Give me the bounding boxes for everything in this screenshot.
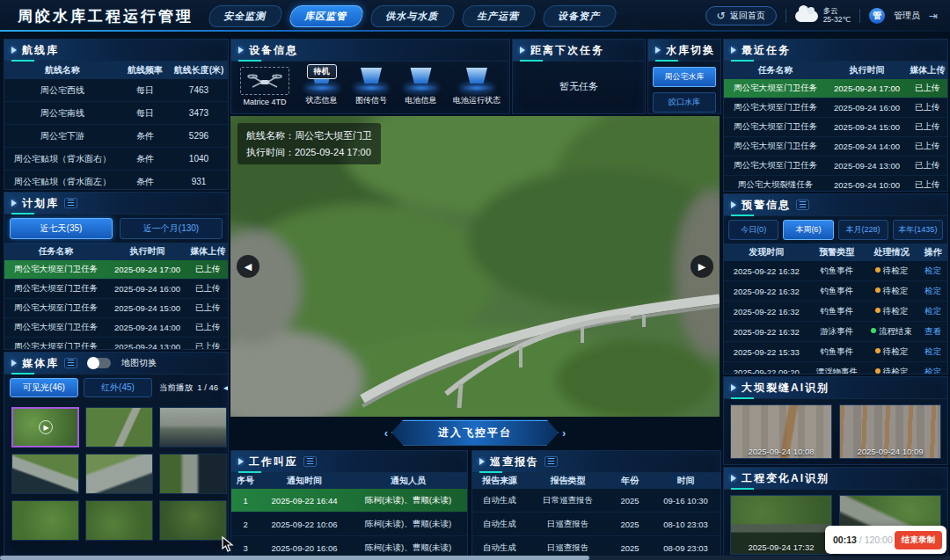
prev-video-button[interactable]: ◀	[237, 255, 259, 278]
media-tab[interactable]: 可见光(46)	[10, 378, 78, 397]
table-row[interactable]: 周公宅大坝至门卫任务2025-09-24 14:00已上传	[724, 137, 947, 156]
device-item[interactable]: 电池运行状态	[453, 68, 501, 106]
nav-tab[interactable]: 设备资产	[541, 5, 618, 27]
cell: 钓鱼事件	[809, 306, 866, 317]
next-task-panel: 距离下次任务 暂无任务	[512, 39, 646, 114]
horizontal-scrollbar[interactable]	[0, 556, 950, 560]
table-row[interactable]: 32025-09-20 16:06陈柯(未读)、曹顺(未读)	[231, 536, 467, 557]
table-row[interactable]: 22025-09-22 10:06陈柯(未读)、曹顺(未读)	[231, 513, 467, 536]
device-item[interactable]: 图传信号	[354, 68, 389, 106]
logout-icon[interactable]: ⇥	[929, 10, 938, 22]
media-thumbnail[interactable]	[11, 454, 79, 494]
cell: 2025-09-24 14:00	[107, 323, 187, 332]
table-row[interactable]: 周公宅大坝至门卫任务2025-09-24 13:00已上传	[4, 338, 228, 350]
device-item-label: 电池运行状态	[453, 95, 501, 106]
media-thumbnail[interactable]	[85, 407, 153, 447]
table-row[interactable]: 自动生成日巡查报告202508-10 23:03	[472, 513, 720, 536]
reservoir-option[interactable]: 皎口水库	[653, 92, 716, 113]
table-row[interactable]: 周公宅贴坝（背水面右）条件1040	[4, 148, 228, 171]
column-header: 通知时间	[259, 475, 349, 487]
table-row[interactable]: 2025-09-22 16:32钓鱼事件待检定检定	[724, 302, 947, 322]
table-row[interactable]: 2025-09-22 16:32游泳事件流程结束查看	[724, 322, 947, 342]
cell: 2025	[609, 496, 651, 505]
cell: 2025	[609, 520, 651, 529]
reservoir-option[interactable]: 周公宅水库	[653, 67, 716, 87]
next-video-button[interactable]: ▶	[691, 255, 713, 278]
table-row[interactable]: 2025-09-22 15:33钓鱼事件待检定检定	[724, 342, 947, 362]
column-header: 发现时间	[724, 246, 809, 258]
main-nav: 安全监测库区监管供水与水质生产运营设备资产	[209, 5, 616, 27]
table-row[interactable]: 周公宅南线每日3473	[4, 102, 228, 125]
device-item[interactable]: 电池信息	[404, 68, 439, 106]
cell: 2025-09-22 16:44	[259, 496, 349, 505]
table-row[interactable]: 自动生成日巡查报告202508-09 23:03	[472, 536, 720, 557]
nav-tab[interactable]: 供水与水质	[369, 5, 456, 27]
table-row[interactable]: 周公宅大坝至门卫任务2025-09-24 16:00已上传	[724, 98, 947, 118]
cell: 周公宅下游	[4, 130, 121, 142]
nav-tab[interactable]: 安全监测	[207, 5, 283, 27]
cell: 游泳事件	[809, 326, 866, 338]
warning-tab[interactable]: 本周(6)	[783, 220, 833, 240]
media-thumbnail[interactable]	[159, 407, 227, 447]
enter-flight-platform-button[interactable]: 进入飞控平台	[391, 420, 559, 446]
action-link[interactable]: 查看	[918, 326, 947, 338]
change-image[interactable]: 2025-09-24 17:32	[730, 495, 832, 555]
scrollbar-thumb[interactable]	[0, 556, 589, 560]
cell: 陈柯(未读)、曹顺(未读)	[349, 519, 467, 530]
table-row[interactable]: 2025-09-22 09:20漂浮物事件待检定检定	[724, 362, 947, 375]
action-link[interactable]: 检定	[918, 306, 947, 317]
avatar[interactable]: 管	[869, 8, 885, 24]
table-row[interactable]: 周公宅大坝至门卫任务2025-09-24 17:00已上传	[724, 79, 947, 98]
table-row[interactable]: 周公宅大坝至门卫任务2025-09-24 15:00已上传	[4, 299, 228, 318]
media-thumbnail[interactable]	[11, 500, 79, 541]
nav-tab[interactable]: 库区监管	[288, 5, 364, 27]
action-link[interactable]: 检定	[918, 346, 947, 358]
media-thumbnail[interactable]	[159, 500, 227, 541]
plan-tabs: 近七天(35)近一个月(130)	[4, 215, 228, 243]
table-row[interactable]: 周公宅大坝至门卫任务2025-09-24 14:00已上传	[4, 318, 228, 338]
table-row[interactable]: 2025-09-22 16:32钓鱼事件待检定检定	[724, 261, 947, 281]
action-link[interactable]: 检定	[918, 286, 947, 297]
table-row[interactable]: 周公宅大坝至门卫任务2025-09-24 17:00已上传	[4, 260, 228, 280]
stop-recording-button[interactable]: 结束录制	[895, 531, 942, 549]
crack-image[interactable]: 2025-09-24 10:08	[730, 404, 832, 459]
nav-tab[interactable]: 生产运营	[460, 5, 537, 27]
panel-title: 设备信息	[249, 43, 298, 58]
table-row[interactable]: 周公宅大坝至门卫任务2025-09-24 16:00已上传	[4, 280, 228, 299]
table-row[interactable]: 2025-09-22 16:32钓鱼事件待检定检定	[724, 281, 947, 302]
media-thumbnail[interactable]: ▶	[11, 407, 79, 447]
table-row[interactable]: 12025-09-22 16:44陈柯(未读)、曹顺(未读)	[231, 489, 467, 513]
column-header: 预警类型	[809, 246, 866, 258]
live-video-feed[interactable]: 航线名称：周公宅大坝至门卫 执行时间：2025-09-24 17:00 ◀ ▶	[230, 116, 720, 417]
table-row[interactable]: 周公宅贴坝（背水面左）条件931	[4, 171, 228, 190]
table-row[interactable]: 周公宅大坝至门卫任务2025-09-24 15:00已上传	[724, 118, 947, 137]
cell: 陈柯(未读)、曹顺(未读)	[349, 495, 467, 506]
media-thumbnail[interactable]	[159, 454, 227, 494]
cell: 5296	[170, 131, 228, 141]
plan-tab[interactable]: 近一个月(130)	[120, 218, 223, 239]
device-item[interactable]: 待机状态信息	[304, 68, 340, 106]
media-tab[interactable]: 红外(45)	[84, 378, 152, 397]
warning-tab[interactable]: 本年(1435)	[893, 220, 943, 240]
table-row[interactable]: 周公宅大坝至门卫任务2025-09-24 13:00已上传	[724, 156, 947, 176]
cell: 已上传	[907, 83, 947, 94]
action-link[interactable]: 检定	[918, 367, 947, 375]
warning-tab[interactable]: 今日(0)	[728, 220, 778, 240]
warning-tab[interactable]: 本月(228)	[838, 220, 888, 240]
table-row[interactable]: 周公宅下游条件5296	[4, 125, 228, 148]
table-row[interactable]: 周公宅西线每日7463	[4, 79, 228, 102]
prev-media-icon[interactable]: ◀	[223, 383, 229, 392]
table-header: 任务名称执行时间媒体上传	[4, 243, 228, 260]
warning-info-panel: 预警信息 ☰ 今日(0)本周(6)本月(228)本年(1435) 发现时间预警类…	[723, 193, 948, 375]
media-thumbnail[interactable]	[85, 454, 153, 494]
media-thumbnail[interactable]	[85, 500, 153, 541]
back-home-button[interactable]: ↺ 返回首页	[705, 6, 777, 25]
table-row[interactable]: 周公宅大坝裂缝任务2025-09-24 10:00已上传	[724, 176, 947, 192]
table-row[interactable]: 自动生成日常巡查报告202509-16 10:30	[472, 489, 720, 513]
crack-image[interactable]: 2025-09-24 10:09	[839, 404, 941, 459]
panel-arrow-icon	[11, 360, 17, 367]
cell: 每日	[121, 84, 170, 97]
map-toggle[interactable]	[88, 358, 111, 368]
plan-tab[interactable]: 近七天(35)	[10, 218, 113, 239]
action-link[interactable]: 检定	[918, 265, 947, 277]
